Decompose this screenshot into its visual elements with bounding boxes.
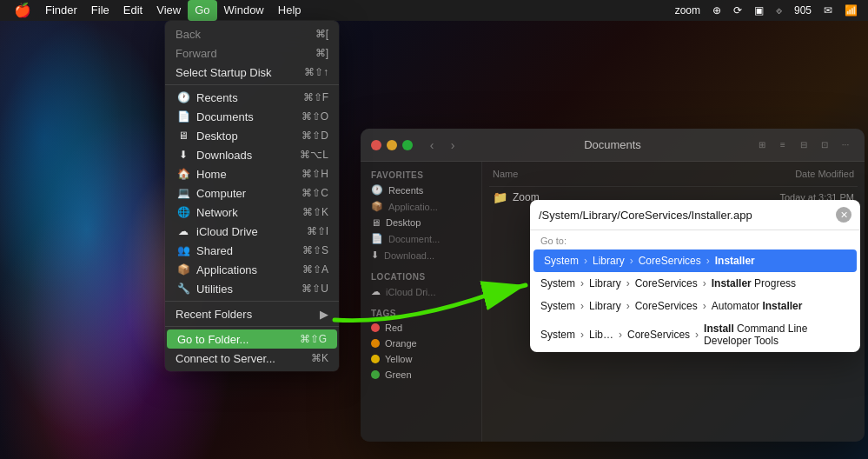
goto-clear-button[interactable]: ✕	[836, 207, 851, 223]
goto-label: Go to:	[530, 230, 860, 249]
documents-menu-icon: 📄	[176, 110, 191, 123]
view-more[interactable]: ···	[837, 136, 854, 154]
sidebar-item-icloud[interactable]: ☁ iCloud Dri...	[361, 283, 481, 300]
icloud-shortcut: ⌘⇧I	[307, 225, 328, 237]
menu-item-recent-folders[interactable]: Recent Folders ▶	[165, 304, 339, 323]
sep4-3: ›	[695, 329, 699, 341]
seg3-automator: Automator Installer	[712, 300, 803, 312]
menubar-zoom: zoom	[672, 0, 704, 21]
window-menu[interactable]: Window	[217, 0, 271, 21]
menu-item-desktop[interactable]: 🖥 Desktop ⌘⇧D	[165, 126, 339, 145]
home-menu-label: Home	[196, 168, 301, 181]
apple-menu[interactable]: 🍎	[7, 0, 38, 21]
go-menu[interactable]: Go	[188, 0, 216, 21]
utilities-shortcut: ⌘⇧U	[301, 283, 328, 295]
documents-menu-label: Documents	[196, 110, 301, 123]
menu-item-goto-folder[interactable]: Go to Folder... ⌘⇧G	[167, 329, 337, 349]
view-menu[interactable]: View	[149, 0, 188, 21]
view-icon-column[interactable]: ⊟	[795, 136, 812, 154]
downloads-shortcut: ⌘⌥L	[300, 149, 328, 161]
menu-item-applications[interactable]: 📦 Applications ⌘⇧A	[165, 260, 339, 279]
traffic-lights	[371, 140, 413, 150]
menu-item-network[interactable]: 🌐 Network ⌘⇧K	[165, 203, 339, 222]
sidebar-yellow-label: Yellow	[385, 354, 412, 364]
view-icon-grid[interactable]: ⊞	[753, 136, 771, 154]
sidebar-tag-green[interactable]: Green	[361, 367, 481, 382]
view-controls: ⊞ ≡ ⊟ ⊡ ···	[753, 136, 854, 154]
menu-item-icloud[interactable]: ☁ iCloud Drive ⌘⇧I	[165, 222, 339, 241]
icloud-menu-icon: ☁	[176, 225, 191, 237]
fullscreen-button[interactable]	[402, 140, 413, 150]
goto-suggestion-3[interactable]: System › Library › CoreServices › Automa…	[530, 295, 860, 317]
menu-item-computer[interactable]: 💻 Computer ⌘⇧C	[165, 183, 339, 203]
finder-menu[interactable]: Finder	[38, 0, 84, 21]
home-shortcut: ⌘⇧H	[301, 168, 328, 180]
menu-item-shared[interactable]: 👥 Shared ⌘⇧S	[165, 241, 339, 260]
sep-1: ›	[584, 255, 587, 267]
separator-2	[165, 301, 339, 302]
back-button[interactable]: ‹	[423, 136, 441, 154]
sidebar-orange-label: Orange	[385, 338, 417, 349]
seg4-system: System	[540, 329, 575, 341]
recents-icon: 🕐	[371, 184, 383, 196]
connect-server-label: Connect to Server...	[176, 352, 311, 365]
seg-library: Library	[593, 255, 625, 267]
minimize-button[interactable]	[387, 140, 397, 150]
sidebar-recents-label: Recents	[388, 185, 423, 196]
home-menu-icon: 🏠	[176, 168, 191, 180]
content-header: Name Date Modified	[489, 169, 858, 187]
menu-item-utilities[interactable]: 🔧 Utilities ⌘⇧U	[165, 279, 339, 298]
menu-item-recents[interactable]: 🕐 Recents ⌘⇧F	[165, 88, 339, 107]
edit-menu[interactable]: Edit	[116, 0, 149, 21]
menu-item-connect-server[interactable]: Connect to Server... ⌘K	[165, 349, 339, 368]
menu-item-documents[interactable]: 📄 Documents ⌘⇧O	[165, 107, 339, 126]
desktop-icon: 🖥	[371, 217, 381, 228]
goto-folder-popup: ✕ Go to: System › Library › CoreServices…	[530, 200, 860, 352]
favorites-label: Favorites	[361, 169, 481, 182]
sidebar-item-desktop[interactable]: 🖥 Desktop	[361, 215, 481, 230]
goto-suggestion-2[interactable]: System › Library › CoreServices › Instal…	[530, 272, 860, 295]
sidebar-downloads-label: Download...	[384, 250, 434, 261]
applications-menu-icon: 📦	[176, 263, 191, 276]
view-icon-list[interactable]: ≡	[774, 136, 792, 154]
downloads-menu-icon: ⬇	[176, 149, 191, 161]
sidebar-item-downloads[interactable]: ⬇ Download...	[361, 247, 481, 263]
orange-tag-dot	[371, 339, 380, 348]
goto-folder-shortcut: ⌘⇧G	[300, 333, 327, 345]
sep3-3: ›	[703, 300, 706, 312]
sidebar-tag-orange[interactable]: Orange	[361, 336, 481, 351]
goto-suggestion-4[interactable]: System › Lib… › CoreServices › Install C…	[530, 317, 860, 352]
menu-item-home[interactable]: 🏠 Home ⌘⇧H	[165, 164, 339, 183]
forward-button[interactable]: ›	[444, 136, 461, 154]
sidebar-tag-yellow[interactable]: Yellow	[361, 351, 481, 367]
sidebar-item-documents[interactable]: 📄 Document...	[361, 230, 481, 247]
connect-server-shortcut: ⌘K	[311, 352, 328, 364]
menu-item-forward[interactable]: Forward ⌘]	[165, 43, 339, 63]
menu-item-downloads[interactable]: ⬇ Downloads ⌘⌥L	[165, 145, 339, 164]
sidebar-item-recents[interactable]: 🕐 Recents	[361, 182, 481, 198]
close-button[interactable]	[371, 140, 381, 150]
sidebar-item-applications[interactable]: 📦 Applicatio...	[361, 198, 481, 215]
network-menu-label: Network	[196, 206, 302, 219]
forward-shortcut: ⌘]	[315, 47, 328, 59]
finder-sidebar: Favorites 🕐 Recents 📦 Applicatio... 🖥 De…	[361, 162, 482, 442]
seg4-lib: Lib…	[589, 329, 613, 341]
goto-suggestion-1[interactable]: System › Library › CoreServices › Instal…	[533, 249, 857, 272]
sep3-2: ›	[626, 300, 630, 312]
recents-menu-label: Recents	[196, 91, 303, 104]
menu-item-back[interactable]: Back ⌘[	[165, 24, 339, 43]
menu-item-startup-disk[interactable]: Select Startup Disk ⌘⇧↑	[165, 63, 339, 82]
recent-folders-arrow: ▶	[320, 308, 328, 321]
seg2-library: Library	[589, 277, 621, 289]
help-menu[interactable]: Help	[271, 0, 308, 21]
sidebar-tag-red[interactable]: Red	[361, 320, 481, 336]
goto-folder-input[interactable]	[539, 209, 836, 222]
locations-label: Locations	[361, 270, 481, 283]
startup-disk-label: Select Startup Disk	[176, 66, 304, 79]
red-tag-dot	[371, 323, 380, 332]
file-menu[interactable]: File	[84, 0, 116, 21]
view-icon-gallery[interactable]: ⊡	[816, 136, 833, 154]
seg3-library: Library	[589, 300, 621, 312]
sep4-1: ›	[580, 329, 584, 341]
downloads-menu-label: Downloads	[196, 149, 300, 162]
